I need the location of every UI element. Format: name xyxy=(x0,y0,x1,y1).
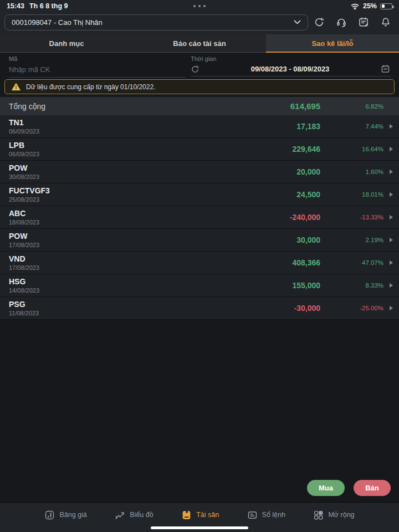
profit-value: 229,646 xyxy=(292,145,320,154)
row-chevron-icon[interactable] xyxy=(383,260,399,265)
row-chevron-icon[interactable] xyxy=(383,238,399,242)
bottom-nav: Bảng giá Biểu đồ xyxy=(0,503,399,525)
chevron-down-icon xyxy=(294,20,301,24)
status-date: Th 6 8 thg 9 xyxy=(29,2,68,10)
stock-symbol: PSG xyxy=(9,300,39,309)
stock-symbol: VND xyxy=(9,254,39,263)
trade-date: 25/08/2023 xyxy=(9,196,50,203)
account-bar: 0001098047 - Cao Thị Nhân xyxy=(0,12,399,34)
table-row[interactable]: LPB 06/09/2023 229,646 16.64% xyxy=(0,138,399,161)
table-row[interactable]: POW 30/08/2023 20,000 1.60% xyxy=(0,161,399,183)
total-percent: 6.82% xyxy=(320,103,383,110)
status-bar: 15:43 Th 6 8 thg 9 25% xyxy=(0,0,399,12)
nav-label: Sổ lệnh xyxy=(262,511,285,519)
nav-label: Mở rộng xyxy=(328,511,354,519)
date-range-field[interactable]: 09/08/2023 - 08/09/2023 xyxy=(191,64,390,76)
stock-symbol: POW xyxy=(9,163,39,172)
status-time: 15:43 xyxy=(7,2,24,10)
refresh-icon[interactable] xyxy=(313,17,325,28)
trade-actions: Mua Bán xyxy=(307,480,391,496)
tab-danh-muc[interactable]: Danh mục xyxy=(0,34,133,52)
profit-percent: 7.44% xyxy=(320,123,383,130)
row-chevron-icon[interactable] xyxy=(383,215,399,219)
assets-icon xyxy=(181,510,192,520)
nav-label: Tài sản xyxy=(196,511,219,519)
table-row[interactable]: PSG 11/08/2023 -30,000 -25.00% xyxy=(0,297,399,320)
row-chevron-icon[interactable] xyxy=(383,147,399,151)
orders-icon xyxy=(247,510,258,520)
stock-symbol: HSG xyxy=(9,277,39,286)
profit-value: 20,000 xyxy=(296,167,320,176)
date-range-value: 09/08/2023 - 08/09/2023 xyxy=(251,65,330,73)
row-chevron-icon[interactable] xyxy=(383,283,399,288)
profit-percent: 8.33% xyxy=(320,282,383,289)
multitask-dots-icon xyxy=(193,5,206,7)
tab-sao-ke-lai-lo[interactable]: Sao kê lãi/lỗ xyxy=(266,34,399,52)
profit-value: 24,500 xyxy=(296,190,320,199)
code-filter-label: Mã xyxy=(9,55,186,62)
profit-value: 17,183 xyxy=(296,122,320,131)
trade-date: 17/08/2023 xyxy=(9,242,39,248)
row-chevron-icon[interactable] xyxy=(383,192,399,197)
warning-text: Dữ liệu được cung cấp từ ngày 01/10/2022… xyxy=(26,83,155,91)
stock-symbol: TN1 xyxy=(9,118,39,127)
trade-date: 06/09/2023 xyxy=(9,128,39,135)
nav-label: Bảng giá xyxy=(59,511,86,519)
trade-date: 06/09/2023 xyxy=(9,151,39,157)
tab-label: Danh mục xyxy=(49,39,84,48)
tab-bao-cao-tai-san[interactable]: Báo cáo tài sản xyxy=(133,34,266,52)
row-chevron-icon[interactable] xyxy=(383,170,399,174)
total-value: 614,695 xyxy=(290,101,320,111)
profit-value: 30,000 xyxy=(296,236,320,244)
trade-date: 30/08/2023 xyxy=(9,173,39,180)
battery-icon xyxy=(380,3,392,9)
profit-percent: 16.64% xyxy=(320,146,383,152)
nav-item-bieu-do[interactable]: Biểu đồ xyxy=(115,510,153,520)
account-name: 0001098047 - Cao Thị Nhân xyxy=(12,18,103,27)
chart-icon xyxy=(115,510,125,520)
nav-item-bang-gia[interactable]: Bảng giá xyxy=(44,510,86,520)
profit-value: 408,366 xyxy=(292,258,320,267)
profit-percent: 47.07% xyxy=(320,259,383,266)
account-selector[interactable]: 0001098047 - Cao Thị Nhân xyxy=(4,14,308,30)
filter-bar: Mã Thời gian 09/08/2023 - 08/09/2023 xyxy=(0,53,399,78)
profit-value: -240,000 xyxy=(290,213,320,222)
nav-label: Biểu đồ xyxy=(130,511,153,519)
table-row[interactable]: HSG 14/08/2023 155,000 8.33% xyxy=(0,274,399,297)
row-chevron-icon[interactable] xyxy=(383,306,399,310)
price-board-icon xyxy=(44,510,55,520)
tab-label: Sao kê lãi/lỗ xyxy=(311,39,353,48)
nav-item-so-lenh[interactable]: Sổ lệnh xyxy=(247,510,285,520)
table-row[interactable]: ABC 18/08/2023 -240,000 -13.33% xyxy=(0,206,399,229)
profit-percent: 2.19% xyxy=(320,237,383,243)
feedback-note-icon[interactable] xyxy=(357,17,369,28)
buy-button[interactable]: Mua xyxy=(307,480,345,496)
warning-icon xyxy=(12,83,21,91)
trade-date: 14/08/2023 xyxy=(9,287,39,294)
table-row[interactable]: POW 17/08/2023 30,000 2.19% xyxy=(0,229,399,252)
sell-button[interactable]: Bán xyxy=(354,480,391,496)
nav-item-tai-san[interactable]: Tài sản xyxy=(181,510,219,520)
tab-label: Báo cáo tài sản xyxy=(173,39,226,48)
pl-statement-list: TN1 06/09/2023 17,183 7.44% LPB 06/09/20… xyxy=(0,115,399,320)
profit-value: -30,000 xyxy=(294,304,320,313)
row-chevron-icon[interactable] xyxy=(383,124,399,129)
wifi-icon xyxy=(350,3,360,10)
total-row: Tổng cộng 614,695 6.82% xyxy=(0,97,399,115)
trade-date: 18/08/2023 xyxy=(9,219,39,226)
tab-bar: Danh mục Báo cáo tài sản Sao kê lãi/lỗ xyxy=(0,34,399,53)
profit-percent: 18.01% xyxy=(320,191,383,198)
bell-icon[interactable] xyxy=(380,17,391,28)
table-row[interactable]: FUCTVGF3 25/08/2023 24,500 18.01% xyxy=(0,183,399,206)
table-row[interactable]: TN1 06/09/2023 17,183 7.44% xyxy=(0,115,399,138)
headset-icon[interactable] xyxy=(335,17,347,28)
reset-range-icon[interactable] xyxy=(191,65,200,74)
nav-item-mo-rong[interactable]: Mở rộng xyxy=(313,510,354,520)
stock-code-input[interactable] xyxy=(9,65,186,78)
stock-symbol: FUCTVGF3 xyxy=(9,186,50,195)
calendar-icon[interactable] xyxy=(381,64,390,74)
more-icon xyxy=(313,510,324,520)
table-row[interactable]: VND 17/08/2023 408,366 47.07% xyxy=(0,252,399,274)
home-indicator[interactable] xyxy=(151,526,248,529)
total-label: Tổng cộng xyxy=(9,102,45,111)
